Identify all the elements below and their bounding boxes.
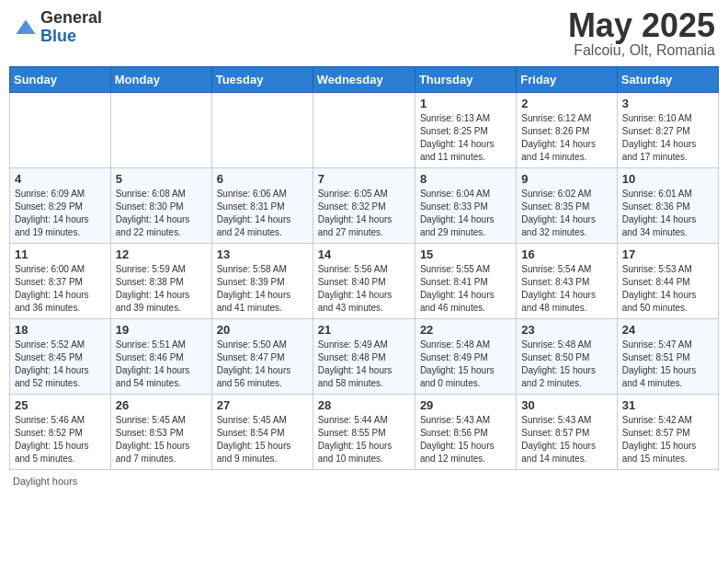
day-info: Sunrise: 5:45 AM Sunset: 8:53 PM Dayligh…: [116, 414, 207, 465]
day-info: Sunrise: 5:48 AM Sunset: 8:50 PM Dayligh…: [521, 339, 611, 390]
calendar-cell: 28Sunrise: 5:44 AM Sunset: 8:55 PM Dayli…: [313, 395, 415, 470]
logo: General Blue: [13, 9, 102, 46]
calendar-cell: 4Sunrise: 6:09 AM Sunset: 8:29 PM Daylig…: [10, 168, 111, 244]
day-number: 26: [116, 398, 207, 412]
calendar-cell: 8Sunrise: 6:04 AM Sunset: 8:33 PM Daylig…: [415, 168, 516, 244]
logo-icon: [13, 15, 39, 40]
day-number: 30: [521, 398, 611, 412]
day-info: Sunrise: 5:56 AM Sunset: 8:40 PM Dayligh…: [318, 263, 410, 315]
day-number: 3: [622, 97, 713, 110]
column-header-tuesday: Tuesday: [211, 67, 313, 93]
calendar-cell: 31Sunrise: 5:42 AM Sunset: 8:57 PM Dayli…: [617, 395, 718, 470]
day-number: 20: [217, 323, 308, 337]
day-info: Sunrise: 5:46 AM Sunset: 8:52 PM Dayligh…: [15, 414, 106, 465]
day-number: 22: [420, 323, 511, 337]
day-info: Sunrise: 5:49 AM Sunset: 8:48 PM Dayligh…: [318, 339, 410, 390]
calendar-cell: 22Sunrise: 5:48 AM Sunset: 8:49 PM Dayli…: [415, 319, 516, 395]
logo-blue: Blue: [40, 28, 102, 46]
calendar-cell: 27Sunrise: 5:45 AM Sunset: 8:54 PM Dayli…: [211, 395, 313, 470]
calendar-cell: 16Sunrise: 5:54 AM Sunset: 8:43 PM Dayli…: [517, 244, 617, 319]
day-number: 12: [116, 247, 207, 261]
column-header-saturday: Saturday: [617, 67, 718, 93]
day-number: 7: [318, 172, 410, 186]
calendar-week-row: 4Sunrise: 6:09 AM Sunset: 8:29 PM Daylig…: [10, 168, 719, 244]
day-info: Sunrise: 6:02 AM Sunset: 8:35 PM Dayligh…: [521, 188, 611, 239]
day-info: Sunrise: 6:12 AM Sunset: 8:26 PM Dayligh…: [521, 112, 611, 164]
calendar-cell: 2Sunrise: 6:12 AM Sunset: 8:26 PM Daylig…: [517, 93, 617, 168]
day-number: 29: [420, 398, 511, 412]
calendar-cell: 11Sunrise: 6:00 AM Sunset: 8:37 PM Dayli…: [10, 244, 111, 319]
day-info: Sunrise: 5:44 AM Sunset: 8:55 PM Dayligh…: [318, 414, 410, 465]
day-number: 1: [420, 97, 511, 110]
day-number: 18: [15, 323, 106, 337]
day-number: 2: [521, 97, 611, 110]
calendar-cell: [313, 93, 415, 168]
day-info: Sunrise: 5:43 AM Sunset: 8:56 PM Dayligh…: [420, 414, 511, 465]
calendar-cell: [110, 93, 211, 168]
day-info: Sunrise: 5:53 AM Sunset: 8:44 PM Dayligh…: [622, 263, 713, 315]
calendar-cell: 6Sunrise: 6:06 AM Sunset: 8:31 PM Daylig…: [211, 168, 313, 244]
calendar-cell: 24Sunrise: 5:47 AM Sunset: 8:51 PM Dayli…: [617, 319, 718, 395]
calendar-week-row: 18Sunrise: 5:52 AM Sunset: 8:45 PM Dayli…: [10, 319, 719, 395]
day-info: Sunrise: 5:58 AM Sunset: 8:39 PM Dayligh…: [217, 263, 308, 315]
day-info: Sunrise: 6:08 AM Sunset: 8:30 PM Dayligh…: [116, 188, 207, 239]
calendar-cell: 17Sunrise: 5:53 AM Sunset: 8:44 PM Dayli…: [617, 244, 718, 319]
day-number: 11: [15, 247, 106, 261]
day-number: 16: [521, 247, 611, 261]
column-header-thursday: Thursday: [415, 67, 516, 93]
day-number: 13: [217, 247, 308, 261]
day-info: Sunrise: 5:54 AM Sunset: 8:43 PM Dayligh…: [521, 263, 611, 315]
title-area: May 2025 Falcoiu, Olt, Romania: [568, 9, 715, 59]
calendar-week-row: 1Sunrise: 6:13 AM Sunset: 8:25 PM Daylig…: [10, 93, 719, 168]
calendar-cell: 13Sunrise: 5:58 AM Sunset: 8:39 PM Dayli…: [211, 244, 313, 319]
day-info: Sunrise: 5:52 AM Sunset: 8:45 PM Dayligh…: [15, 339, 106, 390]
calendar-cell: 26Sunrise: 5:45 AM Sunset: 8:53 PM Dayli…: [110, 395, 211, 470]
day-info: Sunrise: 5:42 AM Sunset: 8:57 PM Dayligh…: [622, 414, 713, 465]
day-info: Sunrise: 5:47 AM Sunset: 8:51 PM Dayligh…: [622, 339, 713, 390]
column-header-wednesday: Wednesday: [313, 67, 415, 93]
calendar-header-row: SundayMondayTuesdayWednesdayThursdayFrid…: [10, 67, 719, 93]
calendar-table: SundayMondayTuesdayWednesdayThursdayFrid…: [9, 66, 719, 470]
day-number: 24: [622, 323, 713, 337]
calendar-cell: 23Sunrise: 5:48 AM Sunset: 8:50 PM Dayli…: [517, 319, 617, 395]
day-info: Sunrise: 5:50 AM Sunset: 8:47 PM Dayligh…: [217, 339, 308, 390]
calendar-cell: 10Sunrise: 6:01 AM Sunset: 8:36 PM Dayli…: [617, 168, 718, 244]
calendar-cell: 14Sunrise: 5:56 AM Sunset: 8:40 PM Dayli…: [313, 244, 415, 319]
day-number: 19: [116, 323, 207, 337]
day-number: 21: [318, 323, 410, 337]
day-info: Sunrise: 6:09 AM Sunset: 8:29 PM Dayligh…: [15, 188, 106, 239]
day-number: 15: [420, 247, 511, 261]
day-number: 28: [318, 398, 410, 412]
day-info: Sunrise: 5:45 AM Sunset: 8:54 PM Dayligh…: [217, 414, 308, 465]
calendar-cell: 25Sunrise: 5:46 AM Sunset: 8:52 PM Dayli…: [10, 395, 111, 470]
day-number: 9: [521, 172, 611, 186]
calendar-week-row: 25Sunrise: 5:46 AM Sunset: 8:52 PM Dayli…: [10, 395, 719, 470]
calendar-cell: [10, 93, 111, 168]
calendar-cell: 5Sunrise: 6:08 AM Sunset: 8:30 PM Daylig…: [110, 168, 211, 244]
calendar-cell: 21Sunrise: 5:49 AM Sunset: 8:48 PM Dayli…: [313, 319, 415, 395]
column-header-friday: Friday: [517, 67, 617, 93]
calendar-cell: 9Sunrise: 6:02 AM Sunset: 8:35 PM Daylig…: [517, 168, 617, 244]
calendar-cell: 15Sunrise: 5:55 AM Sunset: 8:41 PM Dayli…: [415, 244, 516, 319]
day-info: Sunrise: 6:06 AM Sunset: 8:31 PM Dayligh…: [217, 188, 308, 239]
day-number: 6: [217, 172, 308, 186]
day-info: Sunrise: 6:01 AM Sunset: 8:36 PM Dayligh…: [622, 188, 713, 239]
page-header: General Blue May 2025 Falcoiu, Olt, Roma…: [9, 9, 719, 59]
day-info: Sunrise: 6:00 AM Sunset: 8:37 PM Dayligh…: [15, 263, 106, 315]
calendar-cell: 30Sunrise: 5:43 AM Sunset: 8:57 PM Dayli…: [517, 395, 617, 470]
day-number: 5: [116, 172, 207, 186]
day-number: 25: [15, 398, 106, 412]
day-number: 10: [622, 172, 713, 186]
calendar-cell: 19Sunrise: 5:51 AM Sunset: 8:46 PM Dayli…: [110, 319, 211, 395]
day-info: Sunrise: 5:48 AM Sunset: 8:49 PM Dayligh…: [420, 339, 511, 390]
calendar-cell: 7Sunrise: 6:05 AM Sunset: 8:32 PM Daylig…: [313, 168, 415, 244]
day-number: 17: [622, 247, 713, 261]
day-info: Sunrise: 5:59 AM Sunset: 8:38 PM Dayligh…: [116, 263, 207, 315]
day-info: Sunrise: 6:10 AM Sunset: 8:27 PM Dayligh…: [622, 112, 713, 164]
day-info: Sunrise: 6:13 AM Sunset: 8:25 PM Dayligh…: [420, 112, 511, 164]
calendar-cell: [211, 93, 313, 168]
day-info: Sunrise: 6:04 AM Sunset: 8:33 PM Dayligh…: [420, 188, 511, 239]
day-number: 27: [217, 398, 308, 412]
day-info: Sunrise: 6:05 AM Sunset: 8:32 PM Dayligh…: [318, 188, 410, 239]
calendar-cell: 20Sunrise: 5:50 AM Sunset: 8:47 PM Dayli…: [211, 319, 313, 395]
